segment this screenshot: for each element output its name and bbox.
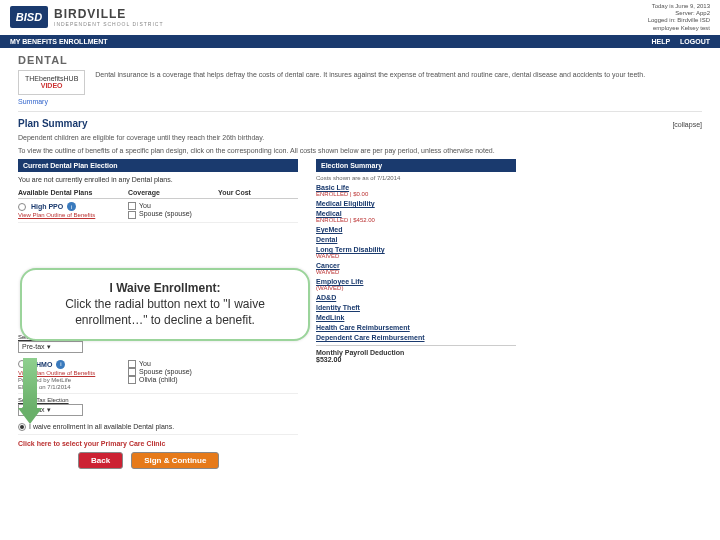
- hub-line2: VIDEO: [25, 82, 78, 90]
- summary-item-sub: ENROLLED | $452.00: [316, 217, 516, 223]
- current-election-bar: Current Dental Plan Election: [18, 159, 298, 172]
- note-outline: To view the outline of benefits of a spe…: [18, 146, 702, 155]
- info-icon[interactable]: i: [56, 360, 65, 369]
- info-icon[interactable]: i: [67, 202, 76, 211]
- summary-item-head[interactable]: Identity Theft: [316, 304, 516, 311]
- note-dependents: Dependent children are eligible for cove…: [18, 133, 702, 142]
- collapse-toggle[interactable]: [collapse]: [672, 121, 702, 128]
- instruction-callout: I Waive Enrollment: Click the radial but…: [20, 268, 310, 341]
- summary-item-head[interactable]: Cancer: [316, 262, 516, 269]
- logo-badge: BISD: [10, 6, 48, 28]
- callout-title: I Waive Enrollment:: [110, 281, 221, 295]
- logo-subtext: INDEPENDENT SCHOOL DISTRICT: [54, 21, 164, 27]
- nav-bar: MY BENEFITS ENROLLMENT HELP LOGOUT: [0, 35, 720, 48]
- checkbox-child[interactable]: [128, 376, 136, 384]
- summary-item-sub: ENROLLED | $0.00: [316, 191, 516, 197]
- summary-item-head[interactable]: MedLink: [316, 314, 516, 321]
- nav-help[interactable]: HELP: [652, 38, 671, 45]
- callout-body2: enrollment…" to decline a benefit.: [36, 312, 294, 328]
- tax-election-select[interactable]: Pre-tax ▾: [18, 341, 83, 353]
- logo: BISD BIRDVILLE INDEPENDENT SCHOOL DISTRI…: [10, 6, 164, 28]
- hub-line1: THEbenefitsHUB: [25, 75, 78, 83]
- election-summary-list: Basic LifeENROLLED | $0.00Medical Eligib…: [316, 184, 516, 341]
- waive-text: I waive enrollment in all available Dent…: [29, 423, 174, 430]
- summary-item-head[interactable]: Health Care Reimbursement: [316, 324, 516, 331]
- primary-care-link[interactable]: Click here to select your Primary Care C…: [18, 440, 298, 447]
- session-meta: Today is June 9, 2013 Server: App2 Logge…: [648, 3, 710, 32]
- top-bar: BISD BIRDVILLE INDEPENDENT SCHOOL DISTRI…: [0, 0, 720, 35]
- radio-high-ppo[interactable]: [18, 203, 26, 211]
- plan-row-high-ppo: High PPO i View Plan Outline of Benefits…: [18, 199, 298, 222]
- deduction-label: Monthly Payroll Deduction: [316, 349, 516, 356]
- summary-item-sub: (WAIVED): [316, 285, 516, 291]
- arrow-icon: [18, 358, 42, 424]
- summary-item-head[interactable]: Long Term Disability: [316, 246, 516, 253]
- intro-text: Dental insurance is a coverage that help…: [95, 70, 645, 105]
- view-benefits-link[interactable]: View Plan Outline of Benefits: [18, 212, 95, 218]
- plans-header: Available Dental Plans Coverage Your Cos…: [18, 187, 298, 199]
- tax-election-label-2: Select Tax Election: [18, 397, 298, 403]
- checkbox-you[interactable]: [128, 360, 136, 368]
- summary-item-head[interactable]: Basic Life: [316, 184, 516, 191]
- plan-summary-heading: Plan Summary: [18, 118, 87, 129]
- plan-name: High PPO: [31, 203, 63, 210]
- meta-employee: employee Kelsey test: [648, 25, 710, 32]
- th-coverage: Coverage: [128, 189, 218, 196]
- election-summary-bar: Election Summary: [316, 159, 516, 172]
- summary-item-head[interactable]: Dental: [316, 236, 516, 243]
- meta-server: Server: App2: [648, 10, 710, 17]
- not-enrolled-text: You are not currently enrolled in any De…: [18, 176, 298, 183]
- summary-item-head[interactable]: Employee Life: [316, 278, 516, 285]
- page-title: DENTAL: [18, 54, 702, 66]
- plan-row-dhmo: DHMO i View Plan Outline of Benefits Pro…: [18, 357, 298, 394]
- waive-row: I waive enrollment in all available Dent…: [18, 420, 298, 435]
- checkbox-you[interactable]: [128, 202, 136, 210]
- summary-item-head[interactable]: Medical: [316, 210, 516, 217]
- th-cost: Your Cost: [218, 189, 298, 196]
- meta-date: Today is June 9, 2013: [648, 3, 710, 10]
- back-button[interactable]: Back: [78, 452, 123, 469]
- nav-title: MY BENEFITS ENROLLMENT: [10, 38, 107, 45]
- deduction-value: $532.00: [316, 356, 516, 363]
- summary-item-head[interactable]: EyeMed: [316, 226, 516, 233]
- summary-item-sub: WAIVED: [316, 269, 516, 275]
- sign-continue-button[interactable]: Sign & Continue: [131, 452, 219, 469]
- summary-item-head[interactable]: Medical Eligibility: [316, 200, 516, 207]
- callout-body1: Click the radial button next to "I waive: [36, 296, 294, 312]
- summary-item-head[interactable]: Dependent Care Reimbursement: [316, 334, 516, 341]
- logo-text: BIRDVILLE: [54, 7, 164, 21]
- nav-logout[interactable]: LOGOUT: [680, 38, 710, 45]
- costs-asof: Costs shown are as of 7/1/2014: [316, 175, 516, 181]
- video-widget[interactable]: THEbenefitsHUB VIDEO: [18, 70, 85, 95]
- checkbox-spouse[interactable]: [128, 368, 136, 376]
- th-plans: Available Dental Plans: [18, 189, 128, 196]
- checkbox-spouse[interactable]: [128, 211, 136, 219]
- meta-logged: Logged in: Birdville ISD: [648, 17, 710, 24]
- summary-link[interactable]: Summary: [18, 98, 85, 105]
- summary-item-head[interactable]: AD&D: [316, 294, 516, 301]
- summary-item-sub: WAIVED: [316, 253, 516, 259]
